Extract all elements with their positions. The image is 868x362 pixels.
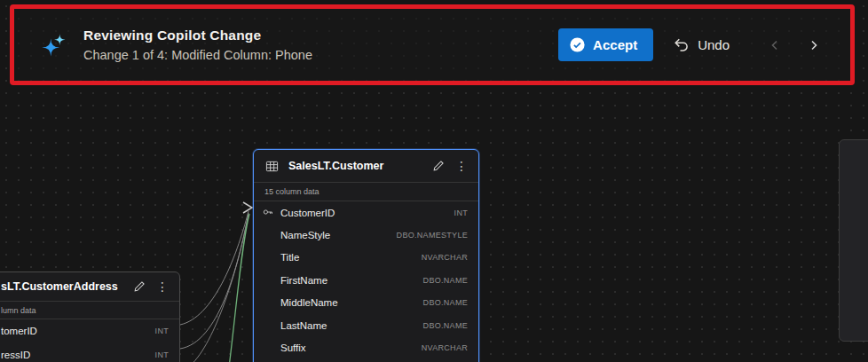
kebab-menu-icon[interactable]: ⋮: [153, 277, 172, 296]
column-row[interactable]: tomerID INT: [0, 319, 179, 343]
banner-subtitle: Change 1 of 4: Modified Column: Phone: [83, 48, 542, 62]
column-row[interactable]: CustomerID INT: [254, 201, 478, 224]
column-count-label: lumn data: [0, 302, 179, 319]
column-name: FirstName: [280, 275, 327, 286]
table-icon: [262, 156, 281, 176]
column-name: NameStyle: [280, 230, 330, 240]
accept-label: Accept: [593, 37, 637, 52]
undo-button[interactable]: Undo: [666, 29, 737, 61]
column-name: CustomerID: [280, 208, 335, 218]
previous-change-button[interactable]: [761, 32, 788, 59]
partial-table-card-right[interactable]: [839, 139, 868, 342]
highlighted-relationship-edge: [229, 214, 249, 362]
chevron-left-icon: [768, 38, 782, 52]
accept-check-icon: [569, 36, 586, 53]
copilot-review-banner: Reviewing Copilot Change Change 1 of 4: …: [10, 4, 855, 85]
next-change-button[interactable]: [801, 32, 827, 59]
column-type: DBO.NAME: [423, 298, 468, 307]
table-card-header[interactable]: sLT.CustomerAddress ⋮: [0, 272, 179, 302]
column-row[interactable]: LastName DBO.NAME: [254, 314, 478, 336]
copilot-icon: [41, 32, 67, 59]
kebab-menu-icon[interactable]: ⋮: [452, 156, 471, 176]
column-name: ressID: [1, 350, 30, 360]
column-name: Suffix: [280, 342, 306, 353]
column-name: tomerID: [1, 326, 37, 336]
column-row[interactable]: Title NVARCHAR: [254, 247, 478, 269]
edge-arrowhead-icon: [243, 202, 252, 213]
edit-pencil-icon[interactable]: [130, 277, 149, 296]
column-count-label: 15 column data: [254, 183, 478, 201]
column-row[interactable]: Suffix NVARCHAR: [254, 336, 478, 358]
column-name: LastName: [280, 320, 327, 331]
table-card-customeraddress[interactable]: sLT.CustomerAddress ⋮ lumn data tomerID …: [0, 272, 180, 362]
table-title: sLT.CustomerAddress: [1, 280, 122, 293]
table-card-header[interactable]: SalesLT.Customer ⋮: [254, 150, 478, 183]
banner-title: Reviewing Copilot Change: [83, 28, 542, 43]
accept-button[interactable]: Accept: [558, 28, 653, 61]
schema-designer-canvas[interactable]: sLT.CustomerAddress ⋮ lumn data tomerID …: [0, 0, 868, 362]
column-name: MiddleName: [280, 297, 338, 308]
table-title: SalesLT.Customer: [288, 160, 422, 172]
key-icon: [262, 206, 274, 222]
column-type: DBO.NAMESTYLE: [397, 231, 468, 240]
column-type: DBO.NAME: [423, 321, 468, 330]
column-type: NVARCHAR: [422, 253, 468, 262]
table-card-customer[interactable]: SalesLT.Customer ⋮ 15 column data Custom…: [253, 149, 479, 362]
chevron-right-icon: [807, 38, 821, 52]
column-row[interactable]: FirstName DBO.NAME: [254, 269, 478, 291]
column-name: Title: [280, 252, 299, 263]
column-row[interactable]: MiddleName DBO.NAME: [254, 292, 478, 314]
column-type: INT: [155, 350, 169, 359]
column-type: NVARCHAR: [422, 343, 468, 352]
undo-icon: [673, 36, 690, 53]
column-row[interactable]: NameStyle DBO.NAMESTYLE: [254, 224, 478, 246]
column-row[interactable]: ressID INT: [0, 343, 179, 362]
column-type: DBO.NAME: [423, 276, 468, 285]
edit-pencil-icon[interactable]: [429, 156, 448, 176]
undo-label: Undo: [698, 37, 730, 52]
column-type: INT: [454, 209, 468, 217]
column-type: INT: [155, 327, 169, 335]
